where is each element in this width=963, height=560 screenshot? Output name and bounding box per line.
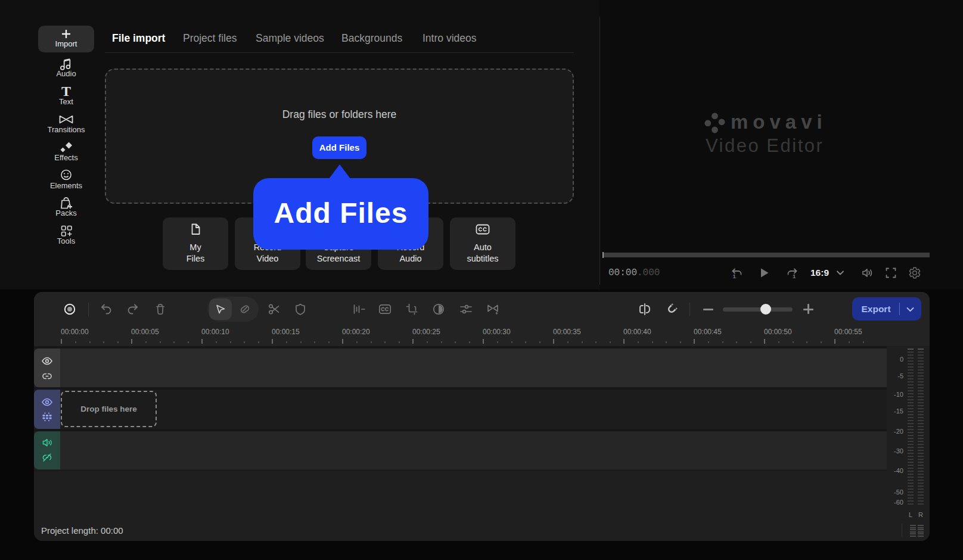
svg-text:1: 1	[733, 273, 737, 279]
svg-text:1: 1	[793, 273, 796, 279]
